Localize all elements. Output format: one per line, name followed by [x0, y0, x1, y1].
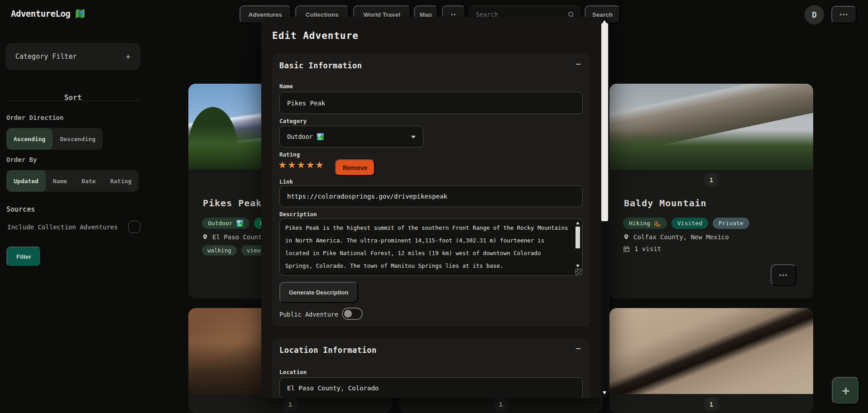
tag: walking	[202, 245, 237, 256]
adventure-card-baldy-mountain[interactable]: 1 Baldy Mountain Hiking 🥾 Visited Privat…	[609, 84, 813, 299]
order-by-name-button[interactable]: Name	[46, 170, 74, 192]
description-textarea[interactable]: Pikes Peak is the highest summit of the …	[279, 218, 583, 276]
category-label: Category	[279, 118, 307, 124]
plus-icon: +	[126, 52, 130, 61]
toggle-knob	[344, 310, 352, 318]
sidebar: Category Filter + Sort Order Direction A…	[0, 29, 145, 413]
rating-stars[interactable]: ★★★★★	[278, 156, 325, 171]
description-label: Description	[279, 211, 317, 218]
card-title: Pikes Peak	[203, 198, 262, 209]
scroll-down-icon[interactable]	[603, 391, 606, 394]
adventure-photo	[609, 84, 813, 170]
sidebar-divider	[5, 100, 140, 101]
direction-descending-button[interactable]: Descending	[53, 128, 102, 150]
name-field[interactable]: Pikes Peak	[279, 92, 583, 114]
image-count-badge: 1	[283, 398, 297, 411]
location-pin-icon	[202, 233, 208, 241]
location-row: Colfax County, New Mexico	[623, 233, 729, 241]
card-location: Colfax County, New Mexico	[633, 233, 729, 241]
collapse-icon[interactable]: −	[575, 343, 581, 354]
edit-adventure-modal: Edit Adventure Basic Information − Name …	[261, 17, 609, 398]
description-text: Pikes Peak is the highest summit of the …	[285, 222, 570, 272]
badge-row: Hiking 🥾 Visited Private	[623, 218, 749, 229]
image-count-badge: 1	[705, 173, 718, 187]
generate-description-button[interactable]: Generate Description	[279, 282, 358, 303]
location-field[interactable]: El Paso County, Colorado	[279, 377, 583, 398]
collapse-icon[interactable]: −	[575, 58, 581, 69]
category-badge: Outdoor 🏞️	[202, 218, 249, 229]
brand[interactable]: AdventureLog	[11, 8, 86, 19]
add-adventure-fab[interactable]: +	[832, 377, 860, 405]
category-select[interactable]: Outdoor 🏞️	[279, 126, 423, 147]
image-count-badge: 1	[705, 398, 718, 411]
scroll-up-icon[interactable]	[603, 20, 606, 23]
filter-button[interactable]: Filter	[6, 247, 41, 267]
scroll-down-icon[interactable]	[576, 265, 580, 267]
navbar-menu-dots-button[interactable]: •••	[831, 6, 857, 24]
adventure-card-bottom-right[interactable]: 1	[609, 308, 813, 413]
category-selected-value: Outdoor 🏞️	[287, 133, 324, 140]
order-by-group: Updated Name Date Rating	[6, 170, 139, 192]
location-pin-icon	[623, 233, 629, 241]
remove-rating-button[interactable]: Remove	[335, 159, 375, 176]
link-label: Link	[279, 178, 293, 185]
order-direction-group: Ascending Descending	[6, 128, 103, 150]
include-collection-label: Include Collection Adventures	[7, 223, 118, 231]
category-filter-collapse[interactable]: Category Filter +	[5, 43, 140, 70]
visit-count: 1 visit	[634, 245, 661, 252]
image-count-badge: 1	[494, 398, 508, 411]
order-by-rating-button[interactable]: Rating	[103, 170, 139, 192]
modal-scrollbar[interactable]	[601, 18, 608, 397]
app-root: AdventureLog Adventures Collections Worl…	[0, 0, 868, 413]
direction-ascending-button[interactable]: Ascending	[6, 128, 53, 150]
link-field[interactable]: https://coloradosprings.gov/drivepikespe…	[279, 185, 583, 207]
card-menu-dots-button[interactable]: •••	[771, 264, 796, 286]
name-label: Name	[279, 83, 293, 90]
adventure-photo	[609, 308, 813, 394]
order-by-updated-button[interactable]: Updated	[6, 170, 46, 192]
public-adventure-toggle[interactable]	[342, 308, 363, 320]
resize-grip[interactable]	[575, 269, 582, 275]
category-filter-label: Category Filter	[15, 52, 77, 61]
visit-row: 1 visit	[623, 245, 661, 252]
card-title: Baldy Mountain	[624, 198, 707, 209]
include-collection-row: Include Collection Adventures	[7, 223, 139, 231]
include-collection-checkbox[interactable]	[128, 221, 140, 233]
brand-label: AdventureLog	[11, 9, 70, 19]
basic-information-section: Basic Information − Name Pikes Peak Cate…	[272, 54, 590, 326]
private-badge: Private	[713, 218, 749, 229]
basic-information-heading: Basic Information	[279, 61, 362, 70]
avatar[interactable]: D	[805, 5, 824, 24]
order-by-label: Order By	[6, 156, 37, 163]
location-information-section: Location Information − Location El Paso …	[272, 338, 590, 398]
scrollbar-thumb[interactable]	[575, 227, 580, 248]
calendar-icon	[623, 246, 630, 252]
public-adventure-label: Public Adventure	[279, 311, 338, 318]
sources-title: Sources	[6, 205, 35, 214]
scroll-up-icon[interactable]	[576, 222, 580, 224]
visited-badge: Visited	[671, 218, 708, 229]
chevron-down-icon	[411, 136, 416, 138]
scrollbar-thumb[interactable]	[601, 23, 608, 221]
modal-title: Edit Adventure	[272, 30, 359, 41]
order-by-date-button[interactable]: Date	[74, 170, 103, 192]
tag-row: walking views	[202, 245, 269, 256]
order-direction-label: Order Direction	[6, 114, 63, 121]
location-information-heading: Location Information	[279, 346, 377, 355]
category-badge: Hiking 🥾	[623, 218, 667, 229]
map-logo-icon	[74, 8, 86, 19]
textarea-scrollbar[interactable]	[575, 221, 581, 275]
location-label: Location	[279, 369, 307, 375]
